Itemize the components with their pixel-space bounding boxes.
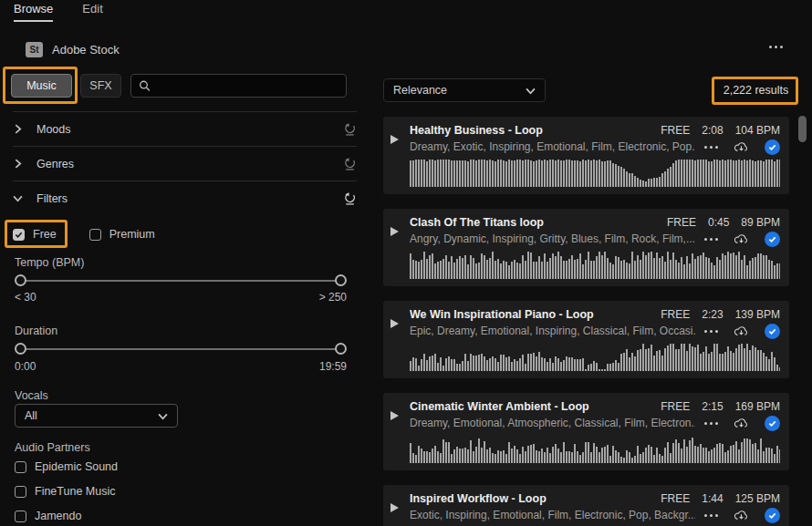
track-bpm: 169 BPM [735,400,780,413]
cloud-download-icon[interactable] [734,508,749,522]
track-card-main: Cinematic Winter Ambient - Loop FREE 2:1… [410,399,780,463]
search-field[interactable] [130,74,347,98]
partner-epidemic-row[interactable]: Epidemic Sound [15,460,118,473]
source-label: Adobe Stock [52,43,120,57]
play-icon[interactable] [390,411,399,420]
partner-label: Jamendo [35,510,81,522]
play-icon[interactable] [390,319,399,328]
partner-checkbox[interactable] [15,486,26,498]
track-title: We Win Inspirational Piano - Loop [410,308,651,321]
music-toggle-button[interactable]: Music [11,74,72,98]
more-options-icon[interactable] [704,422,718,425]
tempo-max-handle[interactable] [335,274,347,286]
track-title: Healthy Business - Loop [410,124,651,137]
waveform[interactable] [410,436,780,463]
chevron-down-icon [158,411,168,421]
accordion-moods[interactable]: Moods [13,111,357,146]
tempo-slider [15,274,347,287]
sort-value: Relevance [393,84,526,97]
duration-min-handle[interactable] [15,343,26,355]
accordion-label: Moods [36,123,343,136]
play-icon[interactable] [390,227,399,236]
partner-checkbox[interactable] [15,511,26,522]
premium-checkbox-row[interactable]: Premium [89,228,155,241]
search-input[interactable] [156,79,338,92]
waveform[interactable] [410,160,780,187]
track-license: FREE [661,124,690,137]
search-icon [139,79,151,92]
vocals-select[interactable]: All [15,404,178,428]
waveform[interactable] [410,252,780,279]
track-card-main: Clash Of The Titans loop FREE 0:45 89 BP… [410,215,780,279]
tempo-min-label: < 30 [15,291,36,304]
vocals-value: All [25,409,158,422]
scrollbar-thumb[interactable] [798,116,807,142]
synced-check-badge[interactable] [765,324,780,339]
tempo-max-label: > 250 [319,291,347,304]
cloud-download-icon[interactable] [734,324,749,338]
track-bpm: 89 BPM [741,216,780,229]
more-options-icon[interactable] [704,146,718,149]
track-card[interactable]: Inspired Workflow - Loop FREE 1:44 125 B… [383,485,789,526]
track-card-main: We Win Inspirational Piano - Loop FREE 2… [410,307,780,371]
partner-jamendo-row[interactable]: Jamendo [15,510,118,522]
track-bpm: 139 BPM [735,308,780,321]
track-tags: Epic, Dreamy, Emotional, Inspiring, Clas… [410,325,695,337]
sort-select[interactable]: Relevance [383,78,546,102]
track-title: Clash Of The Titans loop [410,216,658,229]
track-card[interactable]: Healthy Business - Loop FREE 2:08 104 BP… [383,117,789,194]
more-options-icon[interactable] [704,514,718,517]
cloud-download-icon[interactable] [734,232,749,246]
track-card[interactable]: Clash Of The Titans loop FREE 0:45 89 BP… [383,209,789,286]
premium-checkbox[interactable] [89,229,101,241]
premium-label: Premium [109,228,155,241]
filter-panel: St Adobe Stock Music SFX Moods [0,0,370,526]
duration-range-labels: 0:00 19:59 [15,360,347,373]
track-card-main: Inspired Workflow - Loop FREE 1:44 125 B… [410,491,780,526]
synced-check-badge[interactable] [765,508,780,523]
track-duration: 2:23 [702,308,723,321]
track-card[interactable]: We Win Inspirational Piano - Loop FREE 2… [383,301,789,378]
duration-min-label: 0:00 [15,360,36,373]
more-options-icon[interactable] [704,330,718,333]
accordion-filters[interactable]: Filters [13,180,357,215]
free-checkbox-row[interactable]: Free [13,228,57,241]
track-duration: 1:44 [702,492,723,505]
cloud-download-icon[interactable] [734,139,749,154]
partner-label: FineTune Music [35,485,115,498]
chevron-down-icon [13,193,23,203]
track-tags: Dreamy, Exotic, Inspiring, Emotional, Fi… [410,140,695,153]
play-column [390,307,410,371]
play-column [390,215,410,279]
media-type-toggle: Music SFX [0,74,370,98]
reset-moods-icon[interactable] [343,122,357,136]
tempo-range-labels: < 30 > 250 [15,291,347,304]
tempo-min-handle[interactable] [15,274,26,286]
free-checkbox[interactable] [13,229,25,241]
synced-check-badge[interactable] [765,232,780,247]
accordion-label: Filters [36,192,343,205]
reset-filters-icon[interactable] [343,191,357,205]
cloud-download-icon[interactable] [734,416,749,430]
reset-genres-icon[interactable] [343,157,357,170]
duration-slider [15,343,347,356]
partner-checkbox[interactable] [15,461,26,473]
play-icon[interactable] [390,503,399,512]
sfx-toggle-button[interactable]: SFX [80,74,121,98]
synced-check-badge[interactable] [765,139,780,155]
track-meta: FREE 0:45 89 BPM [667,216,780,229]
play-icon[interactable] [390,135,399,144]
track-tags: Angry, Dynamic, Inspiring, Gritty, Blues… [410,232,695,245]
filter-accordion: Moods Genres Filters [0,111,370,215]
waveform[interactable] [410,344,780,371]
panel-menu-icon[interactable] [769,46,783,48]
partner-finetune-row[interactable]: FineTune Music [15,485,118,498]
vocals-label: Vocals [15,389,48,402]
slider-track [20,348,341,350]
synced-check-badge[interactable] [765,416,780,431]
track-card[interactable]: Cinematic Winter Ambient - Loop FREE 2:1… [383,393,789,470]
audio-partners-label: Audio Partners [15,441,90,454]
accordion-genres[interactable]: Genres [13,146,357,180]
duration-max-handle[interactable] [335,343,347,355]
more-options-icon[interactable] [704,238,718,241]
